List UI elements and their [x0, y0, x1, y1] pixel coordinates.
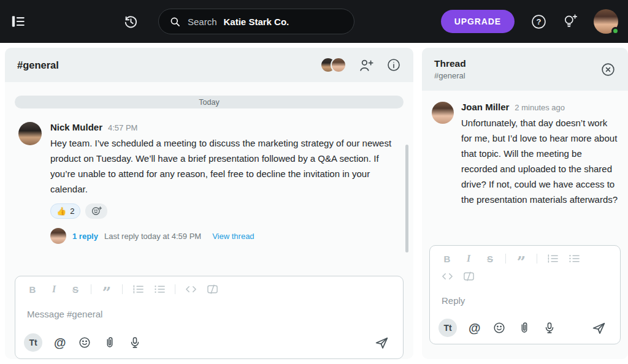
reaction-emoji: 👍 — [56, 207, 66, 216]
date-divider: Today — [15, 96, 404, 108]
view-thread-link[interactable]: View thread — [212, 232, 254, 241]
member-avatar — [331, 57, 347, 73]
attachment-icon[interactable] — [103, 336, 117, 349]
toolbar-divider — [537, 254, 537, 264]
topbar-actions: ? — [530, 9, 618, 34]
message-author[interactable]: Nick Mulder — [50, 122, 102, 132]
search-prefix: Search — [188, 17, 217, 27]
formatting-toolbar: B I S ” — [15, 276, 403, 295]
search-icon — [169, 16, 181, 28]
reply-composer-actions: Tt @ — [430, 319, 620, 344]
main-area: #general — [0, 43, 628, 364]
close-thread-icon[interactable] — [600, 62, 616, 77]
italic-icon[interactable]: I — [462, 253, 475, 264]
thread-author-avatar[interactable] — [432, 102, 454, 124]
add-reaction-icon[interactable] — [85, 203, 107, 219]
message: Nick Mulder 4:57 PM Hey team. I’ve sched… — [5, 108, 413, 244]
add-member-icon[interactable] — [359, 58, 374, 73]
channel-header: #general — [5, 48, 413, 82]
text-format-toggle[interactable]: Tt — [24, 333, 42, 352]
channel-header-actions — [320, 57, 401, 73]
channel-title: #general — [17, 59, 59, 71]
strikethrough-icon[interactable]: S — [69, 284, 82, 295]
toolbar-divider — [505, 254, 506, 264]
bullet-list-icon[interactable] — [153, 284, 166, 295]
toolbar-divider — [175, 284, 175, 294]
help-icon[interactable]: ? — [530, 13, 547, 30]
thread-panel: Thread #general — [422, 48, 628, 359]
replies-count-link[interactable]: 1 reply — [72, 232, 98, 241]
message-composer: B I S ” — [15, 276, 404, 359]
presence-status-dot — [611, 27, 619, 35]
inline-code-icon[interactable] — [185, 284, 197, 295]
sidebar-toggle-icon[interactable] — [10, 13, 26, 29]
message-list: Today Nick Mulder 4:57 PM Hey team. I’ve… — [5, 96, 413, 359]
topbar: Search Katie Stark Co. UPGRADE ? — [0, 0, 628, 43]
message-content: Nick Mulder 4:57 PM Hey team. I’ve sched… — [50, 122, 400, 244]
bold-icon[interactable]: B — [441, 253, 453, 264]
reaction-row: 👍 2 — [50, 203, 400, 219]
scrollbar[interactable] — [405, 145, 408, 252]
blockquote-icon[interactable]: ” — [515, 253, 527, 264]
strikethrough-icon[interactable]: S — [484, 253, 496, 264]
thread-titles: Thread #general — [434, 58, 466, 80]
message-head: Nick Mulder 4:57 PM — [50, 122, 400, 132]
ordered-list-icon[interactable] — [132, 284, 144, 295]
microphone-icon[interactable] — [543, 321, 556, 335]
thread-message-body: Unfortunately, that day doesn’t work for… — [461, 115, 618, 207]
thread-title: Thread — [434, 58, 466, 69]
toolbar-divider — [122, 284, 123, 294]
whats-new-bulb-icon[interactable] — [562, 13, 579, 30]
code-block-icon[interactable] — [206, 284, 218, 295]
search-input[interactable]: Search Katie Stark Co. — [158, 9, 354, 34]
user-avatar[interactable] — [594, 9, 618, 34]
bold-icon[interactable]: B — [26, 284, 39, 295]
last-reply-text: Last reply today at 4:59 PM — [104, 232, 201, 241]
reply-formatting-toolbar-row1: B I S ” — [430, 246, 620, 264]
history-icon[interactable] — [123, 13, 139, 29]
reaction-thumbs-up[interactable]: 👍 2 — [50, 203, 80, 219]
thread-summary[interactable]: 1 reply Last reply today at 4:59 PM View… — [50, 228, 400, 244]
toolbar-divider — [91, 284, 91, 294]
message-body: Hey team. I’ve scheduled a meeting to di… — [50, 135, 400, 197]
reply-composer: B I S ” — [429, 245, 621, 344]
reply-author-avatar — [50, 228, 66, 244]
thread-message: Joan Miller 2 minutes ago Unfortunately,… — [422, 91, 628, 207]
upgrade-button[interactable]: UPGRADE — [441, 10, 515, 33]
emoji-icon[interactable] — [492, 321, 506, 335]
channel-panel: #general — [5, 48, 413, 359]
send-icon[interactable] — [591, 320, 607, 336]
reply-input[interactable]: Reply — [430, 282, 620, 319]
send-icon[interactable] — [374, 335, 389, 351]
text-format-toggle[interactable]: Tt — [438, 319, 457, 337]
ordered-list-icon[interactable] — [546, 253, 559, 264]
bullet-list-icon[interactable] — [568, 253, 580, 264]
composer-actions: Tt @ — [15, 333, 403, 358]
thread-message-author[interactable]: Joan Miller — [461, 102, 509, 112]
italic-icon[interactable]: I — [48, 284, 60, 295]
code-block-icon[interactable] — [462, 271, 475, 282]
inline-code-icon[interactable] — [441, 271, 453, 282]
blockquote-icon[interactable]: ” — [101, 284, 113, 295]
channel-members-avatars[interactable] — [320, 57, 347, 73]
thread-message-timestamp: 2 minutes ago — [515, 103, 565, 112]
message-timestamp: 4:57 PM — [108, 123, 137, 132]
emoji-icon[interactable] — [78, 336, 91, 349]
mention-icon[interactable]: @ — [469, 321, 481, 335]
thread-message-list: Joan Miller 2 minutes ago Unfortunately,… — [422, 91, 628, 359]
reply-formatting-toolbar-row2 — [430, 264, 620, 282]
message-input[interactable]: Message #general — [15, 295, 403, 333]
message-author-avatar[interactable] — [18, 122, 42, 145]
mention-icon[interactable]: @ — [54, 336, 66, 350]
microphone-icon[interactable] — [128, 336, 142, 349]
reaction-count: 2 — [70, 207, 74, 216]
search-workspace: Katie Stark Co. — [224, 17, 289, 27]
svg-text:?: ? — [537, 17, 542, 26]
channel-info-icon[interactable] — [386, 58, 401, 72]
attachment-icon[interactable] — [518, 321, 531, 335]
app-window: Search Katie Stark Co. UPGRADE ? — [0, 0, 628, 364]
thread-header: Thread #general — [422, 48, 628, 91]
thread-channel-name: #general — [434, 71, 466, 80]
